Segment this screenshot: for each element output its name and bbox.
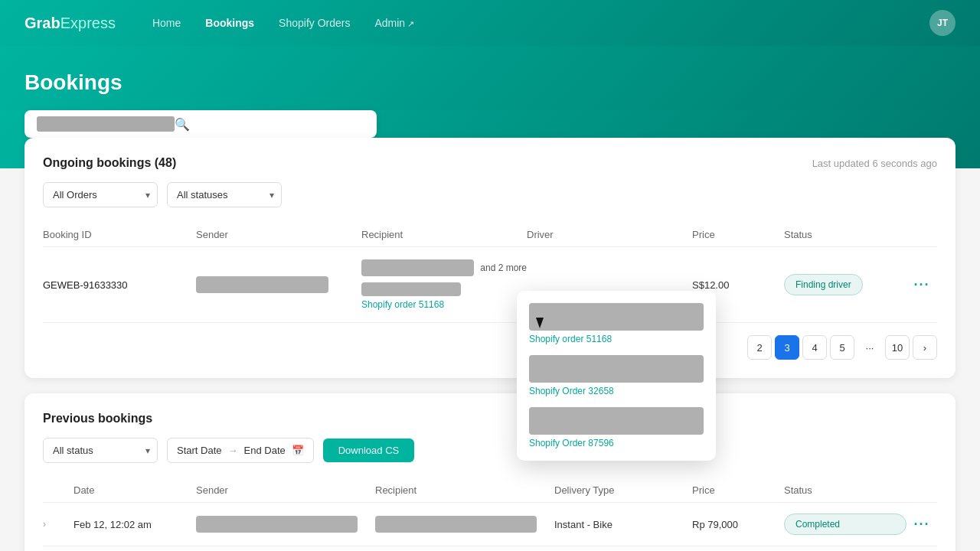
- popup-card: Shopify order 51168 Shopify Order 32658 …: [517, 291, 716, 461]
- previous-header: Previous bookings: [43, 412, 937, 425]
- sender-block: [196, 276, 328, 293]
- last-updated-text: Last updated 6 seconds ago: [812, 158, 937, 169]
- popup-item-2: Shopify Order 32658: [529, 355, 704, 396]
- status-cell: Finding driver: [784, 274, 906, 295]
- price-value: S$12.00: [692, 279, 784, 291]
- page-4-button[interactable]: 4: [802, 335, 827, 360]
- popup-block-2: [529, 355, 704, 383]
- brand-logo[interactable]: GrabExpress: [24, 15, 116, 32]
- prev-col-sender: Sender: [196, 484, 375, 496]
- prev-delivery-type-value: Instant - Bike: [554, 519, 692, 530]
- all-orders-wrapper: All Orders: [43, 182, 158, 207]
- col-price: Price: [692, 229, 784, 240]
- end-date-label: End Date: [244, 445, 286, 456]
- prev-col-recipient: Recipient: [375, 484, 554, 496]
- date-arrow-icon: →: [228, 445, 238, 456]
- prev-price-value: Rp 79,000: [692, 519, 784, 530]
- ongoing-title: Ongoing bookings (48): [43, 156, 176, 170]
- all-statuses-wrapper: All statuses: [167, 182, 282, 207]
- ongoing-table-header: Booking ID Sender Recipient Driver Price…: [43, 223, 937, 247]
- shopify-order-link-row[interactable]: Shopify order 51168: [361, 299, 527, 310]
- ongoing-bookings-card: Ongoing bookings (48) Last updated 6 sec…: [24, 138, 956, 378]
- col-status: Status: [784, 229, 906, 240]
- prev-status-select[interactable]: All status: [43, 438, 158, 463]
- ongoing-filters: All Orders All statuses: [43, 182, 937, 207]
- popup-block-3: [529, 407, 704, 435]
- prev-sender-cell: [196, 516, 375, 533]
- all-statuses-select[interactable]: All statuses: [167, 182, 282, 207]
- page-5-button[interactable]: 5: [830, 335, 854, 360]
- calendar-icon: 📅: [292, 445, 304, 456]
- recipient-cell: and 2 more Shopify order 51168: [361, 259, 527, 310]
- prev-col-actions: [906, 484, 937, 496]
- nav-bookings[interactable]: Bookings: [205, 17, 254, 29]
- navbar: GrabExpress Home Bookings Shopify Orders…: [0, 0, 980, 46]
- brand-grab: Grab: [24, 15, 60, 31]
- popup-shopify-link-2[interactable]: Shopify Order 32658: [529, 386, 704, 396]
- all-orders-select[interactable]: All Orders: [43, 182, 158, 207]
- date-range-picker[interactable]: Start Date → End Date 📅: [167, 438, 314, 463]
- previous-bookings-card: Previous bookings All status Start Date …: [24, 393, 956, 551]
- prev-col-price: Price: [692, 484, 784, 496]
- prev-col-date: Date: [74, 484, 196, 496]
- start-date-label: Start Date: [177, 445, 222, 456]
- sender-cell: [196, 276, 361, 293]
- popup-shopify-link-3[interactable]: Shopify Order 87596: [529, 438, 704, 448]
- prev-more-actions-button[interactable]: ···: [906, 517, 937, 533]
- recipient-block: [361, 259, 474, 276]
- page-next-button[interactable]: ›: [913, 335, 937, 360]
- booking-id-value: GEWEB-91633330: [43, 279, 196, 291]
- table-row: GEWEB-91633330 and 2 more Shopify order …: [43, 247, 937, 323]
- table-row: › Feb 12, 12:02 am Instant - Bike Rp 79,…: [43, 503, 937, 546]
- popup-block-1: [529, 303, 704, 331]
- brand-express: Express: [60, 15, 116, 31]
- page-2-button[interactable]: 2: [747, 335, 772, 360]
- search-container: 🔍: [24, 110, 377, 138]
- prev-col-expand: [43, 484, 74, 496]
- page-dots: ···: [858, 335, 882, 360]
- previous-filters: All status Start Date → End Date 📅 Downl…: [43, 438, 937, 463]
- ongoing-header: Ongoing bookings (48) Last updated 6 sec…: [43, 156, 937, 170]
- prev-date-value: Feb 12, 12:02 am: [74, 519, 196, 530]
- nav-shopify-orders[interactable]: Shopify Orders: [279, 17, 350, 29]
- col-sender: Sender: [196, 229, 361, 240]
- more-actions-button[interactable]: ···: [906, 277, 937, 293]
- prev-status-wrapper: All status: [43, 438, 158, 463]
- popup-item-3: Shopify Order 87596: [529, 407, 704, 448]
- nav-links: Home Bookings Shopify Orders Admin: [152, 17, 929, 29]
- col-driver: Driver: [527, 229, 692, 240]
- page-3-button[interactable]: 3: [775, 335, 799, 360]
- prev-col-delivery-type: Delivery Type: [554, 484, 692, 496]
- status-badge-finding: Finding driver: [784, 274, 863, 295]
- previous-title: Previous bookings: [43, 412, 152, 425]
- prev-recipient-block: [375, 516, 537, 533]
- main-content: Ongoing bookings (48) Last updated 6 sec…: [0, 138, 980, 551]
- col-actions: [906, 229, 937, 240]
- user-avatar[interactable]: JT: [929, 10, 956, 36]
- popup-item-1: Shopify order 51168: [529, 303, 704, 344]
- page-title: Bookings: [24, 70, 956, 95]
- col-recipient: Recipient: [361, 229, 527, 240]
- page-10-button[interactable]: 10: [885, 335, 910, 360]
- prev-sender-block: [196, 516, 358, 533]
- popup-shopify-link-1[interactable]: Shopify order 51168: [529, 334, 704, 344]
- recipient-sub-block: [361, 282, 461, 296]
- nav-home[interactable]: Home: [152, 17, 181, 29]
- and-more-text: and 2 more: [480, 262, 527, 273]
- col-booking-id: Booking ID: [43, 229, 196, 240]
- status-badge-completed: Completed: [784, 514, 906, 535]
- expand-icon[interactable]: ›: [43, 519, 74, 530]
- download-csv-button[interactable]: Download CS: [323, 439, 415, 462]
- search-icon[interactable]: 🔍: [175, 117, 190, 132]
- pagination: 2 3 4 5 ··· 10 ›: [43, 335, 937, 360]
- prev-col-status: Status: [784, 484, 906, 496]
- search-highlight: [37, 116, 175, 132]
- previous-table-header: Date Sender Recipient Delivery Type Pric…: [43, 478, 937, 503]
- prev-recipient-cell: [375, 516, 554, 533]
- nav-admin[interactable]: Admin: [374, 17, 414, 29]
